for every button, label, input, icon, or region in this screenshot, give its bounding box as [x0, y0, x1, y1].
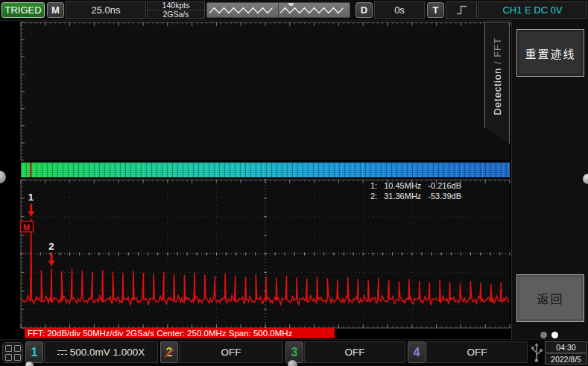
t-trigger-button[interactable]: T	[427, 2, 444, 18]
channel-4-badge[interactable]: 4	[408, 341, 426, 363]
tab-detection-fft[interactable]: Detection / FFT	[484, 22, 510, 144]
channel-3-settings[interactable]: OFF	[304, 341, 405, 363]
timebase-readout[interactable]: 25.0ns	[66, 1, 146, 19]
dc-coupling-icon	[57, 349, 67, 356]
oscilloscope-screen: TRIGED M 25.0ns 140kpts 2GSa/s D 0s T CH…	[0, 0, 588, 366]
marker1-level: -0.216dB	[428, 180, 461, 191]
marker2-readout: 2: 31.36MHz -53.39dB	[370, 191, 461, 201]
clock-time: 04:30	[545, 341, 587, 353]
marker2-id: 2:	[370, 191, 377, 201]
spectrogram-marker-line	[30, 163, 31, 177]
horizontal-delay-readout[interactable]: 0s	[374, 1, 425, 19]
fft-spectrogram-band	[21, 163, 510, 177]
marker1-readout: 1: 10.45MHz -0.216dB	[370, 180, 461, 191]
top-status-bar: TRIGED M 25.0ns 140kpts 2GSa/s D 0s T CH…	[0, 0, 588, 21]
trigger-source-readout[interactable]: CH1 E DC 0V	[478, 1, 587, 19]
channel-1-badge[interactable]: 1	[25, 341, 43, 363]
m-horizontal-menu-button[interactable]: M	[47, 2, 64, 18]
marker1-frequency: 10.45MHz	[384, 180, 421, 191]
preview-window-divider	[278, 3, 279, 17]
grid-menu-icon[interactable]	[2, 342, 23, 363]
right-bezel-knob-dot	[583, 174, 588, 184]
back-button[interactable]: 返回	[516, 274, 584, 322]
fft-settings-status-bar: FFT: 20dB/div 50MHz/div 2GSa/s Center: 2…	[25, 328, 335, 338]
d-delay-button[interactable]: D	[355, 2, 373, 18]
waveform-overview-bar[interactable]	[206, 2, 350, 18]
trigger-status-badge: TRIGED	[1, 2, 45, 18]
fft-spectrum-window[interactable]	[21, 180, 510, 328]
rising-edge-icon	[455, 4, 468, 16]
clock-date: 2022/8/5	[545, 353, 587, 365]
waveform-window[interactable]	[21, 22, 510, 160]
channel-1-settings[interactable]: 500.0mV 1.000X	[44, 341, 158, 363]
spectrogram-noise-texture	[21, 163, 510, 177]
sample-rate: 2GSa/s	[148, 10, 204, 19]
marker2-level: -53.39dB	[428, 191, 461, 201]
reset-trace-button[interactable]: 重置迹线	[516, 29, 584, 77]
tab-label-secondary: / FFT	[492, 37, 503, 68]
usb-icon	[530, 342, 543, 363]
side-menu-panel: 重置迹线 返回	[511, 20, 588, 339]
channel-2-settings[interactable]: OFF	[179, 341, 283, 363]
channel-1-scale: 500.0mV 1.000X	[70, 347, 145, 358]
acquisition-readout[interactable]: 140kpts 2GSa/s	[147, 1, 205, 19]
channel-4-settings[interactable]: OFF	[426, 341, 528, 363]
marker2-frequency: 31.36MHz	[384, 191, 421, 201]
marker1-id: 1:	[370, 180, 377, 191]
channel-2-badge[interactable]: 2	[160, 341, 178, 363]
fft-marker-readout: 1: 10.45MHz -0.216dB 2: 31.36MHz -53.39d…	[370, 180, 461, 201]
bottom-left-knob-dot	[25, 362, 34, 366]
tab-label-primary: Detection	[492, 67, 503, 115]
bottom-center-knob-dot	[288, 360, 297, 366]
page-dot-2	[551, 332, 558, 338]
trigger-slope-panel[interactable]	[446, 1, 477, 19]
left-bezel-knob-dot	[0, 171, 6, 183]
page-dot-1	[540, 332, 547, 338]
